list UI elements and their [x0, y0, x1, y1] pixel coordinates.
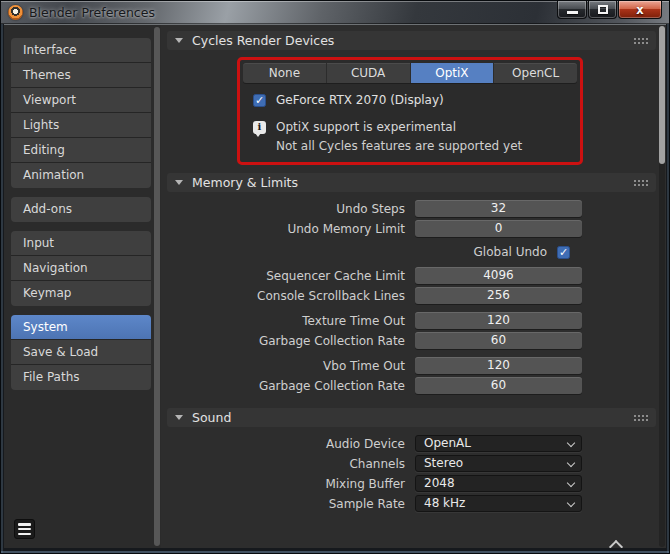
sidebar-item-themes[interactable]: Themes [11, 63, 151, 88]
cycles-panel-header[interactable]: Cycles Render Devices [167, 31, 656, 50]
chevron-down-icon [567, 459, 575, 467]
tab-none[interactable]: None [243, 63, 327, 83]
sample-rate-select[interactable]: 48 kHz [415, 495, 582, 512]
memory-rows: Undo Steps 32 Undo Memory Limit 0 Global… [167, 200, 656, 394]
field-label: Channels [167, 457, 415, 471]
window-controls [556, 1, 662, 19]
setting-row: Console Scrollback Lines 256 [167, 287, 656, 304]
undo-steps-field[interactable]: 32 [415, 200, 582, 217]
sequencer-cache-limit-field[interactable]: 4096 [415, 267, 582, 284]
maximize-button[interactable] [588, 1, 617, 19]
sidebar-item-lights[interactable]: Lights [11, 113, 151, 138]
gpu-device-checkbox[interactable] [253, 94, 266, 107]
sidebar-scrollbar[interactable] [154, 27, 160, 546]
collapse-triangle-icon [175, 38, 183, 43]
minimize-button[interactable] [557, 1, 587, 19]
info-note: Not all Cycles features are supported ye… [276, 139, 577, 153]
field-label: Garbage Collection Rate [167, 379, 415, 393]
blender-preferences-window: Blender Preferences Interface Themes Vie… [0, 0, 670, 554]
field-label: Sample Rate [167, 497, 415, 511]
setting-row: Channels Stereo [167, 455, 656, 472]
title-bar[interactable]: Blender Preferences [1, 1, 669, 24]
panel-drag-dots-icon[interactable] [634, 415, 648, 421]
sidebar-group-display: Interface Themes Viewport Lights Editing… [11, 38, 151, 188]
setting-row: Undo Steps 32 [167, 200, 656, 217]
audio-device-select[interactable]: OpenAL [415, 435, 582, 452]
tab-cuda[interactable]: CUDA [327, 63, 411, 83]
global-undo-checkbox[interactable] [557, 246, 570, 259]
field-label: Texture Time Out [167, 314, 415, 328]
sidebar-item-viewport[interactable]: Viewport [11, 88, 151, 113]
select-value: 2048 [424, 476, 455, 490]
sidebar-item-animation[interactable]: Animation [11, 163, 151, 188]
setting-row: Texture Time Out 120 [167, 312, 656, 329]
undo-memory-limit-field[interactable]: 0 [415, 220, 582, 237]
sound-panel-header[interactable]: Sound [167, 408, 656, 427]
field-label: Console Scrollback Lines [167, 289, 415, 303]
sound-section: Sound Audio Device OpenAL Channels [167, 408, 656, 512]
optix-info-row: OptiX support is experimental [253, 120, 577, 134]
setting-row: Vbo Time Out 120 [167, 357, 656, 374]
sidebar: Interface Themes Viewport Lights Editing… [4, 25, 161, 548]
vbo-timeout-field[interactable]: 120 [415, 357, 582, 374]
chevron-down-icon [567, 479, 575, 487]
mixing-buffer-select[interactable]: 2048 [415, 475, 582, 492]
setting-row: Garbage Collection Rate 60 [167, 377, 656, 394]
sidebar-item-system[interactable]: System [11, 315, 151, 340]
scrollbar-thumb[interactable] [659, 26, 665, 164]
panel-drag-dots-icon[interactable] [634, 180, 648, 186]
window-title: Blender Preferences [29, 5, 155, 20]
setting-row: Garbage Collection Rate 60 [167, 332, 656, 349]
chevron-down-icon [567, 439, 575, 447]
panel-title: Memory & Limits [192, 175, 298, 190]
select-value: Stereo [424, 456, 463, 470]
gpu-device-label: GeForce RTX 2070 (Display) [276, 93, 444, 107]
panel-drag-dots-icon[interactable] [634, 38, 648, 44]
preferences-content: Interface Themes Viewport Lights Editing… [4, 24, 666, 548]
setting-row: Sample Rate 48 kHz [167, 495, 656, 512]
preferences-menu-button[interactable] [14, 519, 35, 539]
garbage-collection-rate-field[interactable]: 60 [415, 332, 582, 349]
field-label: Mixing Buffer [167, 477, 415, 491]
select-value: 48 kHz [424, 496, 465, 510]
sidebar-item-editing[interactable]: Editing [11, 138, 151, 163]
render-device-tabs: None CUDA OptiX OpenCL [243, 63, 577, 83]
close-button[interactable] [618, 1, 662, 19]
sidebar-item-save-load[interactable]: Save & Load [11, 340, 151, 365]
tab-opencl[interactable]: OpenCL [494, 63, 577, 83]
field-label: Vbo Time Out [167, 359, 415, 373]
main-scrollbar[interactable] [659, 26, 665, 547]
field-label: Global Undo [167, 245, 557, 259]
console-scrollback-field[interactable]: 256 [415, 287, 582, 304]
setting-row: Audio Device OpenAL [167, 435, 656, 452]
memory-panel-header[interactable]: Memory & Limits [167, 173, 656, 192]
main-panel: Cycles Render Devices None CUDA OptiX Op… [161, 25, 666, 548]
channels-select[interactable]: Stereo [415, 455, 582, 472]
panel-title: Cycles Render Devices [192, 33, 334, 48]
sidebar-item-input[interactable]: Input [11, 231, 151, 256]
sidebar-item-interface[interactable]: Interface [11, 38, 151, 63]
texture-timeout-field[interactable]: 120 [415, 312, 582, 329]
collapse-triangle-icon [175, 415, 183, 420]
sidebar-nav: Interface Themes Viewport Lights Editing… [4, 25, 161, 390]
select-value: OpenAL [424, 436, 471, 450]
sidebar-item-addons[interactable]: Add-ons [11, 197, 151, 222]
panel-title: Sound [192, 410, 231, 425]
info-text: OptiX support is experimental [276, 120, 456, 134]
scroll-up-indicator-icon[interactable] [611, 540, 621, 547]
field-label: Undo Memory Limit [167, 222, 415, 236]
setting-row: Sequencer Cache Limit 4096 [167, 267, 656, 284]
sidebar-group-addons: Add-ons [11, 197, 151, 222]
red-highlight-box: None CUDA OptiX OpenCL GeForce RTX 2070 … [237, 57, 583, 165]
vbo-garbage-collection-rate-field[interactable]: 60 [415, 377, 582, 394]
setting-row: Global Undo [167, 245, 656, 259]
tab-optix[interactable]: OptiX [411, 63, 495, 83]
sidebar-group-system: System Save & Load File Paths [11, 315, 151, 390]
sidebar-item-keymap[interactable]: Keymap [11, 281, 151, 306]
sidebar-item-navigation[interactable]: Navigation [11, 256, 151, 281]
hamburger-icon [18, 523, 31, 526]
minimize-icon [567, 11, 578, 14]
field-label: Audio Device [167, 437, 415, 451]
info-icon [253, 121, 266, 134]
sidebar-item-file-paths[interactable]: File Paths [11, 365, 151, 390]
